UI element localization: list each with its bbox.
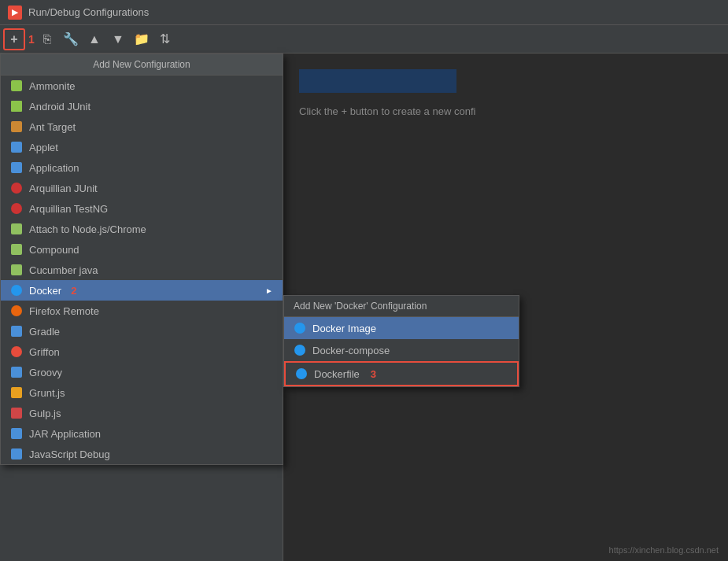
menu-item-label: Arquillian TestNG — [29, 203, 108, 215]
gruntjs-icon — [10, 386, 23, 399]
menu-item-label: Attach to Node.js/Chrome — [29, 223, 146, 235]
right-panel-message: Click the + button to create a new confi — [299, 105, 475, 117]
docker-menu-item-label: Dockerfile — [314, 368, 360, 380]
dockerfile-icon — [295, 367, 308, 380]
groovy-icon — [10, 366, 23, 378]
menu-item-label: Ammonite — [29, 80, 76, 92]
add-configuration-button[interactable]: + — [3, 28, 25, 50]
menu-item-android-junit[interactable]: Android JUnit — [1, 96, 283, 116]
compound-icon — [10, 243, 23, 256]
menu-header: Add New Configuration — [1, 54, 283, 76]
android-junit-icon — [10, 100, 23, 113]
app-icon: ▶ — [8, 6, 22, 20]
menu-item-jar-application[interactable]: JAR Application — [1, 423, 283, 444]
toolbar-number-1: 1 — [28, 33, 35, 46]
wrench-button[interactable]: 🔧 — [60, 28, 82, 50]
copy-button[interactable]: ⎘ — [36, 28, 58, 50]
menu-item-label: Ant Target — [29, 121, 76, 133]
menu-item-gulpjs[interactable]: Gulp.js — [1, 403, 283, 423]
left-panel: Add New Configuration Ammonite Android J… — [0, 54, 283, 561]
sort-button[interactable]: ⇅ — [154, 28, 176, 50]
docker-submenu-header: Add New 'Docker' Configuration — [284, 296, 519, 317]
menu-item-javascript-debug[interactable]: JavaScript Debug — [1, 444, 283, 464]
menu-item-label: JAR Application — [29, 428, 101, 440]
menu-item-applet[interactable]: Applet — [1, 137, 283, 157]
move-up-button[interactable]: ▲ — [83, 28, 105, 50]
gulpjs-icon — [10, 407, 23, 419]
application-icon — [10, 161, 23, 174]
menu-item-groovy[interactable]: Groovy — [1, 362, 283, 382]
applet-icon — [10, 141, 23, 153]
menu-item-label: Docker — [29, 285, 61, 297]
menu-item-griffon[interactable]: Griffon — [1, 341, 283, 362]
attach-nodejs-icon — [10, 223, 23, 235]
gradle-icon — [10, 325, 23, 338]
add-new-config-menu: Add New Configuration Ammonite Android J… — [0, 54, 283, 465]
main-layout: Add New Configuration Ammonite Android J… — [0, 54, 728, 561]
docker-submenu: Add New 'Docker' Configuration Docker Im… — [283, 295, 519, 387]
menu-item-label: Griffon — [29, 346, 60, 358]
menu-item-firefox[interactable]: Firefox Remote — [1, 301, 283, 321]
menu-item-label: Grunt.js — [29, 387, 65, 399]
docker-menu-item-compose[interactable]: Docker-compose — [284, 339, 519, 361]
menu-item-arquillian-junit[interactable]: Arquillian JUnit — [1, 178, 283, 198]
docker-menu-item-label: Docker Image — [312, 323, 376, 334]
menu-item-application[interactable]: Application — [1, 157, 283, 178]
menu-item-cucumber[interactable]: Cucumber java — [1, 260, 283, 280]
folder-button[interactable]: 📁 — [131, 28, 153, 50]
menu-item-label: Compound — [29, 244, 79, 256]
move-down-button[interactable]: ▼ — [107, 28, 129, 50]
menu-item-arquillian-testng[interactable]: Arquillian TestNG — [1, 198, 283, 219]
docker-compose-icon — [294, 344, 306, 356]
jar-application-icon — [10, 427, 23, 440]
menu-item-ant-target[interactable]: Ant Target — [1, 116, 283, 137]
menu-item-label: Applet — [29, 142, 58, 153]
ammonite-icon — [10, 79, 23, 92]
docker-icon — [10, 284, 23, 297]
watermark: https://xinchen.blog.csdn.net — [609, 545, 719, 555]
menu-item-label: Gradle — [29, 326, 60, 338]
docker-number-label: 2 — [71, 285, 76, 297]
menu-item-label: Cucumber java — [29, 264, 98, 276]
right-top-bar — [299, 69, 456, 93]
right-panel-content: Click the + button to create a new confi — [299, 69, 475, 117]
docker-menu-item-image[interactable]: Docker Image — [284, 317, 519, 339]
docker-menu-item-label: Docker-compose — [312, 345, 390, 356]
menu-item-compound[interactable]: Compound — [1, 239, 283, 260]
cucumber-icon — [10, 264, 23, 276]
menu-item-gradle[interactable]: Gradle — [1, 321, 283, 341]
menu-item-label: Arquillian JUnit — [29, 183, 98, 194]
arquillian-testng-icon — [10, 202, 23, 215]
arquillian-junit-icon — [10, 182, 23, 194]
docker-image-icon — [294, 322, 306, 334]
docker-menu-item-dockerfile[interactable]: Dockerfile 3 — [284, 361, 519, 386]
menu-item-label: JavaScript Debug — [29, 448, 110, 460]
firefox-icon — [10, 304, 23, 317]
toolbar: + 1 ⎘ 🔧 ▲ ▼ 📁 ⇅ — [0, 25, 728, 54]
menu-item-label: Application — [29, 162, 79, 174]
window-title: Run/Debug Configurations — [28, 6, 149, 18]
title-bar: ▶ Run/Debug Configurations — [0, 0, 728, 25]
submenu-arrow-icon: ► — [265, 286, 273, 295]
menu-item-docker[interactable]: Docker 2 ► — [1, 280, 283, 301]
griffon-icon — [10, 345, 23, 358]
javascript-debug-icon — [10, 448, 23, 460]
menu-item-label: Gulp.js — [29, 408, 61, 419]
menu-item-label: Android JUnit — [29, 101, 91, 113]
menu-item-attach-nodejs[interactable]: Attach to Node.js/Chrome — [1, 219, 283, 239]
dockerfile-number-label: 3 — [371, 368, 376, 380]
menu-item-gruntjs[interactable]: Grunt.js — [1, 382, 283, 403]
ant-target-icon — [10, 120, 23, 133]
menu-item-ammonite[interactable]: Ammonite — [1, 76, 283, 96]
menu-item-label: Groovy — [29, 367, 62, 378]
menu-item-label: Firefox Remote — [29, 305, 99, 317]
